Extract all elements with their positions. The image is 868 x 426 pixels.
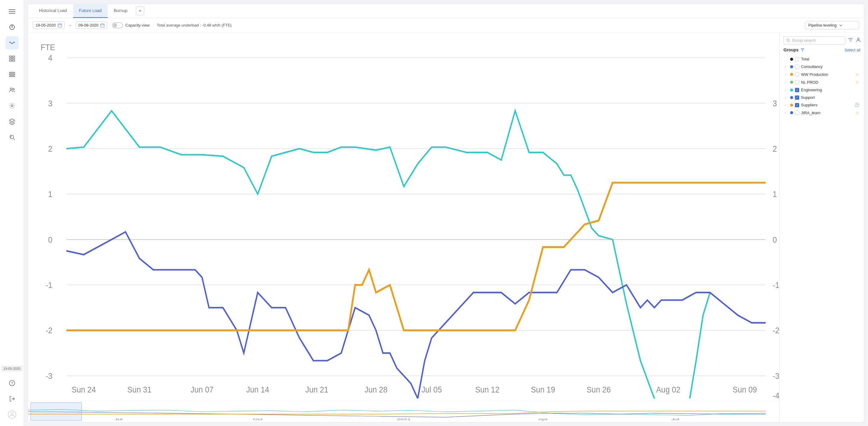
svg-text:3: 3 xyxy=(48,99,53,108)
svg-text:Jun 21: Jun 21 xyxy=(305,385,329,394)
date-from-value: 19-05-2020 xyxy=(36,23,56,28)
svg-text:Jul 05: Jul 05 xyxy=(421,385,442,394)
mini-chart-container[interactable]: Jul Oct 2021 Apr Jul xyxy=(28,401,780,422)
svg-text:Oct: Oct xyxy=(253,418,263,421)
group-search-box[interactable] xyxy=(783,36,845,45)
group-dot xyxy=(790,96,793,99)
list-item[interactable]: ›Engineering xyxy=(783,86,861,94)
chevron-icon: › xyxy=(785,73,788,76)
group-dot xyxy=(790,65,793,68)
toggle-knob xyxy=(113,23,117,28)
list-item[interactable]: ›Suppliers🕐 xyxy=(783,101,861,109)
current-date: 19-05-2020 xyxy=(1,366,23,372)
pipeline-leveling-dropdown[interactable]: Pipeline leveling xyxy=(805,21,859,29)
svg-rect-13 xyxy=(9,74,15,75)
select-all-button[interactable]: Select all xyxy=(844,48,861,52)
group-checkbox[interactable] xyxy=(795,111,799,115)
grid-icon[interactable] xyxy=(5,52,19,65)
list-item[interactable]: Total xyxy=(783,55,861,63)
group-checkbox[interactable] xyxy=(795,88,799,92)
svg-text:Aug 02: Aug 02 xyxy=(656,385,680,394)
svg-text:Sun 24: Sun 24 xyxy=(71,385,96,394)
group-checkbox[interactable] xyxy=(795,72,799,77)
list-item[interactable]: ›Consultancy xyxy=(783,63,861,70)
star-icon[interactable]: ☆ xyxy=(855,110,859,115)
svg-line-19 xyxy=(13,138,15,140)
list-icon[interactable] xyxy=(5,68,19,81)
sidebar: 19-05-2020 ? xyxy=(0,0,24,426)
svg-text:Jun 07: Jun 07 xyxy=(190,385,213,394)
date-from-input[interactable]: 19-05-2020 xyxy=(33,22,65,29)
user-filter-icon[interactable] xyxy=(856,37,861,44)
star-icon[interactable]: ☆ xyxy=(855,72,859,77)
svg-text:Sun 09: Sun 09 xyxy=(733,385,757,394)
search-icon xyxy=(786,38,790,42)
svg-rect-7 xyxy=(12,56,15,57)
user-avatar[interactable] xyxy=(5,408,19,421)
svg-text:1: 1 xyxy=(773,190,777,199)
menu-icon[interactable] xyxy=(5,5,19,18)
team-icon[interactable] xyxy=(5,83,19,97)
tab-burnup[interactable]: Burnup xyxy=(108,4,133,18)
group-dot xyxy=(790,88,793,91)
chart-panel: Historical Load Future Load Burnup + 19-… xyxy=(28,4,864,422)
search-org-icon[interactable] xyxy=(5,131,19,144)
group-checkbox[interactable] xyxy=(795,80,799,84)
group-name: Engineering xyxy=(801,88,859,92)
filter-icon[interactable] xyxy=(848,37,853,44)
group-dot xyxy=(790,73,793,76)
group-checkbox[interactable] xyxy=(795,95,799,100)
group-name: NL PROD xyxy=(801,80,854,85)
group-checkbox[interactable] xyxy=(795,65,799,69)
svg-point-76 xyxy=(787,39,789,41)
svg-point-15 xyxy=(10,88,12,90)
svg-rect-8 xyxy=(9,58,12,59)
chart-wave-icon[interactable] xyxy=(5,36,19,50)
group-checkbox[interactable] xyxy=(795,103,799,107)
group-dot xyxy=(790,104,793,107)
group-dot xyxy=(790,111,793,114)
clock-icon[interactable]: 🕐 xyxy=(855,103,859,107)
svg-rect-2 xyxy=(9,13,16,13)
settings-icon[interactable] xyxy=(5,99,19,112)
dashboard-icon[interactable] xyxy=(5,21,19,34)
svg-text:FTE: FTE xyxy=(41,42,55,52)
tab-future-load[interactable]: Future Load xyxy=(73,4,108,18)
svg-point-78 xyxy=(858,38,859,40)
chevron-icon: › xyxy=(785,81,788,84)
mini-chart-svg: Jul Oct 2021 Apr Jul xyxy=(28,402,780,421)
list-item[interactable]: ›JIRA_team☆ xyxy=(783,109,861,117)
svg-text:Jun 14: Jun 14 xyxy=(246,385,269,394)
chevron-icon: › xyxy=(785,88,788,91)
main-chart-svg: FTE 4 3 2 1 xyxy=(28,35,780,398)
list-item[interactable]: ›WW Production☆ xyxy=(783,70,861,78)
date-to-input[interactable]: 09-08-2020 xyxy=(76,22,107,29)
star-icon[interactable]: ☆ xyxy=(855,80,859,85)
groups-filter-icon[interactable] xyxy=(800,48,805,52)
svg-text:-1: -1 xyxy=(45,280,53,290)
date-to-value: 09-08-2020 xyxy=(79,23,99,28)
group-name: Total xyxy=(801,57,859,61)
svg-text:?: ? xyxy=(11,381,13,386)
logout-icon[interactable] xyxy=(5,392,19,405)
chart-body: FTE 4 3 2 1 xyxy=(28,33,864,422)
groups-list: Total›Consultancy›WW Production☆›NL PROD… xyxy=(783,55,861,117)
group-search-input[interactable] xyxy=(792,38,843,42)
main-content: Historical Load Future Load Burnup + 19-… xyxy=(24,0,868,426)
group-name: WW Production xyxy=(801,72,854,77)
svg-text:Jun 28: Jun 28 xyxy=(365,385,388,394)
groups-header: Groups Select all xyxy=(783,48,861,52)
group-checkbox[interactable] xyxy=(795,57,799,61)
svg-text:3: 3 xyxy=(773,99,777,108)
help-icon[interactable]: ? xyxy=(5,376,19,390)
tab-add-button[interactable]: + xyxy=(136,7,144,15)
capacity-view-toggle[interactable]: Capacity view xyxy=(112,22,149,28)
svg-text:-1: -1 xyxy=(773,280,780,290)
group-name: Suppliers xyxy=(801,103,852,107)
toggle-switch[interactable] xyxy=(112,22,123,28)
list-item[interactable]: ›NL PROD☆ xyxy=(783,78,861,86)
list-item[interactable]: ›Support xyxy=(783,94,861,101)
svg-text:0: 0 xyxy=(773,235,777,245)
tab-historical-load[interactable]: Historical Load xyxy=(33,4,73,18)
layers-icon[interactable] xyxy=(5,115,19,128)
